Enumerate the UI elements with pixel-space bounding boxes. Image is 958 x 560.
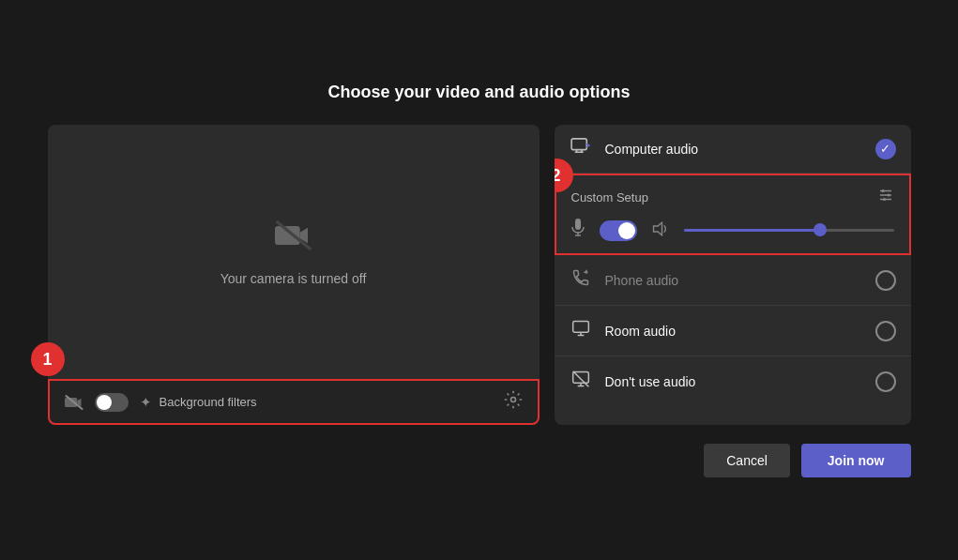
phone-audio-check (875, 270, 896, 291)
computer-audio-label: Computer audio (605, 142, 862, 157)
join-now-button[interactable]: Join now (801, 444, 911, 477)
computer-audio-check (875, 139, 896, 159)
video-bottom-bar: 1 ✦ Background filters (48, 379, 540, 425)
custom-setup-section: 2 Custom Setup (555, 174, 911, 255)
room-audio-icon (570, 319, 592, 342)
bg-filters-label: ✦ Background filters (140, 394, 493, 411)
phone-audio-option[interactable]: Phone audio (555, 255, 911, 306)
svg-rect-10 (575, 219, 581, 230)
mic-toggle[interactable] (600, 220, 637, 241)
room-audio-check (875, 321, 896, 341)
svg-point-7 (881, 189, 884, 192)
page-title: Choose your video and audio options (327, 83, 630, 102)
svg-point-2 (510, 398, 515, 402)
room-audio-label: Room audio (605, 324, 862, 339)
svg-point-8 (887, 194, 890, 197)
computer-audio-icon (570, 138, 592, 159)
video-panel: Your camera is turned off 1 ✦ Background… (48, 125, 540, 425)
camera-off-text: Your camera is turned off (220, 271, 367, 286)
camera-off-icon-small (65, 394, 84, 411)
cancel-button[interactable]: Cancel (704, 444, 790, 477)
volume-icon (652, 221, 669, 240)
no-audio-label: Don't use audio (605, 374, 862, 389)
mic-icon (571, 219, 585, 242)
svg-rect-3 (571, 139, 586, 150)
no-audio-option[interactable]: Don't use audio (555, 356, 911, 406)
bottom-buttons: Cancel Join now (48, 444, 911, 477)
no-audio-check (875, 371, 896, 392)
bg-filters-icon: ✦ (140, 394, 152, 411)
badge-1: 1 (31, 342, 65, 376)
camera-toggle[interactable] (95, 393, 129, 412)
camera-off-icon (275, 219, 312, 260)
computer-audio-option[interactable]: Computer audio (555, 125, 911, 174)
custom-setup-settings-icon[interactable] (877, 187, 894, 207)
room-audio-option[interactable]: Room audio (555, 306, 911, 356)
volume-slider[interactable] (684, 229, 894, 232)
video-area: Your camera is turned off (48, 125, 540, 379)
custom-setup-header: Custom Setup (571, 187, 894, 207)
svg-rect-14 (572, 322, 588, 333)
settings-icon[interactable] (504, 390, 523, 414)
audio-panel: Computer audio 2 Custom Setup (555, 125, 911, 425)
svg-point-9 (883, 198, 886, 201)
no-audio-icon (570, 370, 592, 393)
phone-audio-icon (570, 268, 592, 292)
svg-marker-13 (653, 222, 661, 235)
custom-setup-controls (571, 219, 894, 242)
custom-setup-label: Custom Setup (571, 190, 648, 204)
phone-audio-label: Phone audio (605, 273, 862, 288)
